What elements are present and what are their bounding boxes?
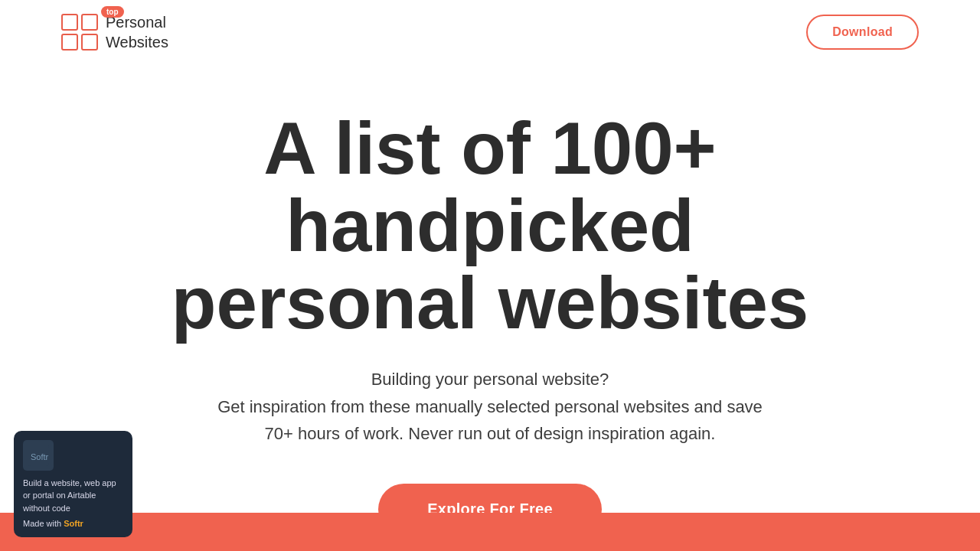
softr-logo-img: Softr [23,440,54,471]
softr-popup-text: Build a website, web app or portal on Ai… [23,477,123,515]
header: Personal Websites top Download [0,0,980,64]
logo-squares [61,14,98,51]
top-badge: top [101,6,124,18]
logo-square-4 [81,34,98,51]
logo-text: Personal Websites [106,12,168,52]
softr-link[interactable]: Softr [64,519,83,528]
logo-square-2 [81,14,98,31]
softr-made-with: Made with Softr [23,519,123,528]
bottom-bar [0,513,980,551]
main-headline: A list of 100+ handpicked personal websi… [69,110,911,341]
logo-square-3 [61,34,78,51]
svg-text:Softr: Softr [31,452,49,461]
subtitle: Building your personal website? Get insp… [203,366,777,447]
main-content: A list of 100+ handpicked personal websi… [0,64,980,551]
logo-square-1 [61,14,78,31]
download-button[interactable]: Download [806,15,919,50]
softr-popup[interactable]: Softr Build a website, web app or portal… [14,431,132,538]
logo-area: Personal Websites top [61,12,168,52]
